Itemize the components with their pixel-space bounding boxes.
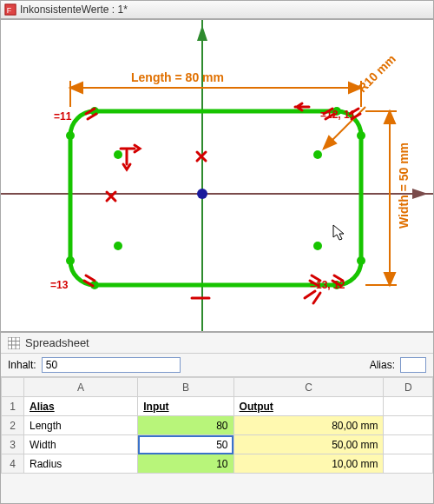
cell-output[interactable]: 80,00 mm [233, 416, 384, 435]
alias-label: Alias: [370, 359, 395, 371]
constraint-marker: =12, 11 [320, 109, 355, 121]
header-output[interactable]: Output [233, 397, 384, 416]
spreadsheet-grid[interactable]: A B C D 1 Alias Input Output 2 Length 8 [1, 377, 433, 503]
window-title: InkonsistenteWerte : 1* [20, 3, 128, 16]
row-header[interactable]: 2 [2, 416, 24, 435]
svg-marker-5 [412, 189, 428, 199]
constraint-marker: =11 [54, 110, 71, 123]
cell-input[interactable]: 10 [138, 454, 233, 474]
svg-point-17 [114, 242, 122, 250]
constraint-marker: =13 [50, 279, 68, 291]
content-label: Inhalt: [8, 359, 36, 371]
table-row: 1 Alias Input Output [2, 397, 433, 416]
col-header[interactable]: A [24, 378, 138, 397]
header-input[interactable]: Input [138, 397, 233, 416]
svg-marker-21 [70, 83, 82, 93]
grid-corner[interactable] [2, 378, 24, 397]
svg-point-15 [114, 150, 122, 159]
svg-marker-26 [385, 111, 395, 123]
table-row: 2 Length 80 80,00 mm [2, 416, 433, 435]
table-row: 3 Width 50 50,00 mm [2, 435, 433, 454]
cell-content-input[interactable] [42, 357, 181, 373]
cell-input[interactable]: 80 [138, 416, 233, 435]
spreadsheet-title-text: Spreadsheet [25, 336, 89, 349]
svg-text:F: F [7, 6, 11, 15]
spreadsheet-icon [8, 337, 20, 349]
row-header[interactable]: 4 [2, 454, 24, 474]
svg-point-19 [197, 189, 207, 199]
cell-content-row: Inhalt: Alias: [1, 354, 433, 377]
dimension-length[interactable]: Length = 80 mm [131, 70, 224, 84]
svg-point-18 [313, 242, 322, 250]
cell-alias-input[interactable] [400, 357, 426, 373]
dimension-width[interactable]: Width = 50 mm [397, 143, 411, 229]
table-row: 4 Radius 10 10,00 mm [2, 454, 433, 474]
window-titlebar: F InkonsistenteWerte : 1* [0, 0, 434, 19]
cell-output[interactable]: 10,00 mm [233, 454, 384, 474]
svg-point-13 [66, 256, 75, 265]
row-header[interactable]: 3 [2, 435, 24, 454]
cell-alias[interactable]: Length [24, 416, 138, 435]
cell[interactable] [384, 454, 433, 474]
svg-marker-27 [385, 273, 395, 285]
app-icon: F [4, 3, 16, 16]
col-header[interactable]: B [138, 378, 233, 397]
cell-alias[interactable]: Width [24, 435, 138, 454]
constraint-marker: =13, 12 [310, 279, 345, 291]
svg-marker-4 [197, 25, 207, 41]
svg-rect-32 [8, 337, 20, 349]
sketch-canvas[interactable]: Length = 80 mm Width = 50 mm R10 mm =11 … [0, 19, 434, 332]
col-header[interactable]: C [233, 378, 384, 397]
svg-point-12 [357, 131, 365, 140]
cell[interactable] [384, 435, 433, 454]
col-header[interactable]: D [384, 378, 433, 397]
svg-point-14 [357, 256, 365, 265]
cell[interactable] [384, 416, 433, 435]
svg-point-11 [66, 131, 75, 140]
cell-input[interactable]: 50 [138, 435, 233, 454]
spreadsheet-panel-title: Spreadsheet [1, 333, 433, 354]
mouse-cursor-icon [332, 224, 346, 242]
cell-alias[interactable]: Radius [24, 454, 138, 474]
svg-point-16 [313, 150, 322, 159]
row-header[interactable]: 1 [2, 397, 24, 416]
cell[interactable] [384, 397, 433, 416]
header-alias[interactable]: Alias [24, 397, 138, 416]
cell-output[interactable]: 50,00 mm [233, 435, 384, 454]
spreadsheet-panel: Spreadsheet Inhalt: Alias: A B C D 1 Al [0, 332, 434, 504]
